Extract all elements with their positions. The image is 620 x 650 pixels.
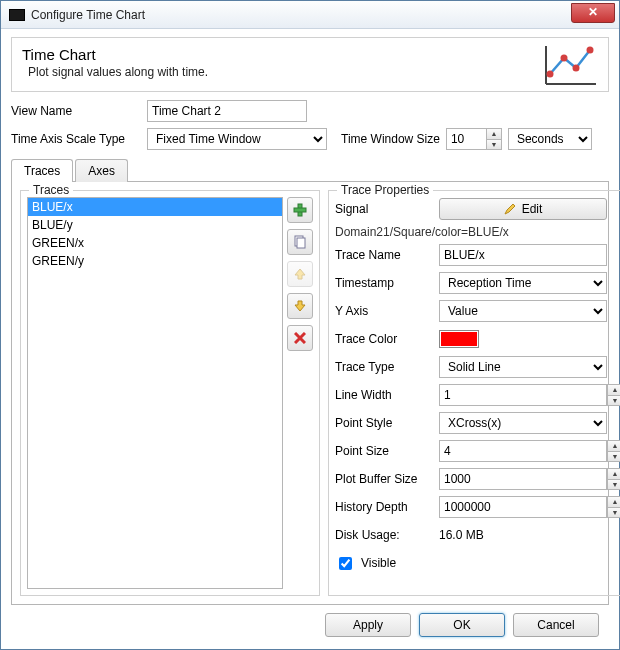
- trace-name-input[interactable]: [439, 244, 607, 266]
- copy-icon: [293, 235, 307, 249]
- visible-label: Visible: [361, 556, 396, 570]
- line-width-spinner[interactable]: ▲▼: [439, 384, 620, 406]
- header-title: Time Chart: [22, 46, 598, 63]
- trace-color-swatch[interactable]: [439, 330, 479, 348]
- point-style-label: Point Style: [335, 416, 433, 430]
- traces-listbox[interactable]: BLUE/x BLUE/y GREEN/x GREEN/y: [27, 197, 283, 589]
- trace-name-label: Trace Name: [335, 248, 433, 262]
- tab-strip: Traces Axes: [11, 159, 609, 182]
- timestamp-label: Timestamp: [335, 276, 433, 290]
- svg-rect-7: [297, 238, 305, 248]
- yaxis-label: Y Axis: [335, 304, 433, 318]
- delete-button[interactable]: [287, 325, 313, 351]
- trace-type-label: Trace Type: [335, 360, 433, 374]
- line-width-input[interactable]: [439, 384, 607, 406]
- app-icon: [9, 9, 25, 21]
- list-item[interactable]: GREEN/y: [28, 252, 282, 270]
- tab-body: Traces BLUE/x BLUE/y GREEN/x GREEN/y: [11, 181, 609, 605]
- point-style-select[interactable]: XCross(x): [439, 412, 607, 434]
- titlebar: Configure Time Chart ✕: [1, 1, 619, 29]
- history-depth-input[interactable]: [439, 496, 607, 518]
- list-item[interactable]: BLUE/y: [28, 216, 282, 234]
- plot-buffer-label: Plot Buffer Size: [335, 472, 433, 486]
- list-button-column: [287, 197, 313, 589]
- spin-up-icon[interactable]: ▲: [607, 468, 620, 479]
- spin-down-icon[interactable]: ▼: [486, 139, 502, 151]
- spin-down-icon[interactable]: ▼: [607, 507, 620, 519]
- footer: Apply OK Cancel: [11, 605, 609, 645]
- list-item[interactable]: BLUE/x: [28, 198, 282, 216]
- line-width-label: Line Width: [335, 388, 433, 402]
- tab-traces[interactable]: Traces: [11, 159, 73, 182]
- window-size-input[interactable]: [446, 128, 486, 150]
- spin-up-icon[interactable]: ▲: [607, 440, 620, 451]
- view-name-input[interactable]: [147, 100, 307, 122]
- dialog-window: Configure Time Chart ✕ Time Chart Plot s…: [0, 0, 620, 650]
- row-view-name: View Name: [11, 100, 609, 122]
- window-unit-select[interactable]: Seconds: [508, 128, 592, 150]
- row-scale-type: Time Axis Scale Type Fixed Time Window T…: [11, 128, 609, 150]
- props-legend: Trace Properties: [337, 183, 433, 197]
- arrow-up-icon: [294, 268, 306, 280]
- spin-up-icon[interactable]: ▲: [607, 384, 620, 395]
- svg-point-0: [547, 71, 554, 78]
- window-size-spinner[interactable]: ▲ ▼: [446, 128, 502, 150]
- trace-type-select[interactable]: Solid Line: [439, 356, 607, 378]
- arrow-down-icon: [294, 300, 306, 312]
- list-item[interactable]: GREEN/x: [28, 234, 282, 252]
- tab-axes[interactable]: Axes: [75, 159, 128, 182]
- window-title: Configure Time Chart: [31, 8, 145, 22]
- svg-rect-5: [294, 208, 306, 212]
- spin-up-icon[interactable]: ▲: [607, 496, 620, 507]
- svg-point-3: [587, 47, 594, 54]
- header-panel: Time Chart Plot signal values along with…: [11, 37, 609, 92]
- visible-checkbox[interactable]: [339, 557, 352, 570]
- point-size-label: Point Size: [335, 444, 433, 458]
- disk-usage-value: 16.0 MB: [439, 528, 484, 542]
- move-up-button: [287, 261, 313, 287]
- scale-type-select[interactable]: Fixed Time Window: [147, 128, 327, 150]
- close-button[interactable]: ✕: [571, 3, 615, 23]
- ok-button[interactable]: OK: [419, 613, 505, 637]
- spin-down-icon[interactable]: ▼: [607, 479, 620, 491]
- traces-legend: Traces: [29, 183, 73, 197]
- history-depth-spinner[interactable]: ▲▼: [439, 496, 620, 518]
- history-depth-label: History Depth: [335, 500, 433, 514]
- svg-point-2: [573, 65, 580, 72]
- scale-type-label: Time Axis Scale Type: [11, 132, 141, 146]
- edit-signal-button[interactable]: Edit: [439, 198, 607, 220]
- window-size-label: Time Window Size: [341, 132, 440, 146]
- move-down-button[interactable]: [287, 293, 313, 319]
- plot-buffer-spinner[interactable]: ▲▼: [439, 468, 620, 490]
- spin-down-icon[interactable]: ▼: [607, 395, 620, 407]
- disk-usage-label: Disk Usage:: [335, 528, 433, 542]
- header-subtitle: Plot signal values along with time.: [28, 65, 598, 79]
- delete-icon: [294, 332, 306, 344]
- add-button[interactable]: [287, 197, 313, 223]
- copy-button[interactable]: [287, 229, 313, 255]
- point-size-input[interactable]: [439, 440, 607, 462]
- trace-properties-fieldset: Trace Properties Signal Edit Domain21/Sq…: [328, 190, 620, 596]
- apply-button[interactable]: Apply: [325, 613, 411, 637]
- plus-icon: [293, 203, 307, 217]
- signal-path-text: Domain21/Square/color=BLUE/x: [335, 225, 620, 239]
- point-size-spinner[interactable]: ▲▼: [439, 440, 620, 462]
- spin-down-icon[interactable]: ▼: [607, 451, 620, 463]
- spin-up-icon[interactable]: ▲: [486, 128, 502, 139]
- signal-label: Signal: [335, 202, 433, 216]
- pencil-icon: [504, 203, 516, 215]
- trace-color-label: Trace Color: [335, 332, 433, 346]
- chart-icon: [542, 44, 600, 88]
- view-name-label: View Name: [11, 104, 141, 118]
- svg-point-1: [561, 55, 568, 62]
- content-area: Time Chart Plot signal values along with…: [1, 29, 619, 649]
- close-icon: ✕: [588, 5, 598, 19]
- traces-fieldset: Traces BLUE/x BLUE/y GREEN/x GREEN/y: [20, 190, 320, 596]
- timestamp-select[interactable]: Reception Time: [439, 272, 607, 294]
- yaxis-select[interactable]: Value: [439, 300, 607, 322]
- cancel-button[interactable]: Cancel: [513, 613, 599, 637]
- plot-buffer-input[interactable]: [439, 468, 607, 490]
